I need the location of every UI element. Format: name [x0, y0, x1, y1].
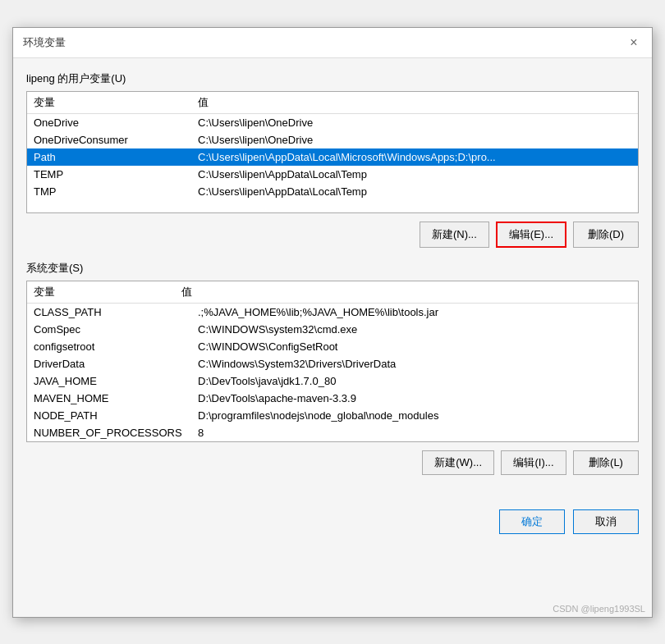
- system-edit-button[interactable]: 编辑(I)...: [501, 450, 566, 475]
- user-variables-table: 变量 值 OneDriveC:\Users\lipen\OneDriveOneD…: [26, 91, 639, 213]
- dialog-content: lipeng 的用户变量(U) 变量 值 OneDriveC:\Users\li…: [13, 58, 652, 501]
- table-row[interactable]: ComSpecC:\WINDOWS\system32\cmd.exe: [27, 321, 638, 338]
- user-col-var-header: 变量: [34, 95, 198, 110]
- close-button[interactable]: ×: [626, 34, 642, 51]
- row-val-cell: C:\Windows\System32\Drivers\DriverData: [198, 358, 631, 370]
- table-row[interactable]: TEMPC:\Users\lipen\AppData\Local\Temp: [27, 166, 638, 183]
- table-row[interactable]: NUMBER_OF_PROCESSORS8: [27, 424, 638, 441]
- row-var-cell: JAVA_HOME: [34, 375, 198, 387]
- row-val-cell: C:\Users\lipen\AppData\Local\Temp: [198, 168, 631, 180]
- row-val-cell: C:\WINDOWS\ConfigSetRoot: [198, 340, 631, 353]
- user-table-body: OneDriveC:\Users\lipen\OneDriveOneDriveC…: [27, 114, 638, 212]
- system-delete-button[interactable]: 删除(L): [573, 450, 639, 475]
- sys-col-val-header: 值: [181, 285, 631, 299]
- user-new-button[interactable]: 新建(N)...: [420, 222, 489, 248]
- table-row[interactable]: NODE_PATHD:\programfiles\nodejs\node_glo…: [27, 407, 638, 424]
- row-var-cell: OneDriveConsumer: [34, 134, 198, 146]
- table-row[interactable]: PathC:\Users\lipen\AppData\Local\Microso…: [27, 148, 638, 166]
- ok-button[interactable]: 确定: [499, 509, 565, 534]
- row-var-cell: TMP: [34, 185, 198, 198]
- row-var-cell: TEMP: [34, 168, 198, 180]
- user-table-header: 变量 值: [27, 92, 638, 114]
- row-val-cell: D:\DevTools\java\jdk1.7.0_80: [198, 375, 631, 387]
- row-val-cell: C:\Users\lipen\OneDrive: [198, 116, 631, 129]
- row-val-cell: D:\programfiles\nodejs\node_global\node_…: [198, 409, 631, 422]
- row-var-cell: MAVEN_HOME: [34, 392, 198, 404]
- system-table-body: CLASS_PATH.;%JAVA_HOME%\lib;%JAVA_HOME%\…: [27, 304, 638, 441]
- table-row[interactable]: MAVEN_HOMED:\DevTools\apache-maven-3.3.9: [27, 390, 638, 407]
- user-buttons-row: 新建(N)... 编辑(E)... 删除(D): [26, 222, 639, 248]
- row-val-cell: D:\DevTools\apache-maven-3.3.9: [198, 392, 631, 404]
- row-var-cell: CLASS_PATH: [34, 306, 198, 318]
- environment-variables-dialog: 环境变量 × lipeng 的用户变量(U) 变量 值 OneDriveC:\U…: [12, 27, 653, 618]
- row-var-cell: OneDrive: [34, 116, 198, 129]
- row-var-cell: ComSpec: [34, 323, 198, 336]
- watermark: CSDN @lipeng1993SL: [553, 604, 645, 614]
- table-row[interactable]: CLASS_PATH.;%JAVA_HOME%\lib;%JAVA_HOME%\…: [27, 304, 638, 321]
- user-edit-button[interactable]: 编辑(E)...: [496, 222, 566, 248]
- row-var-cell: DriverData: [34, 358, 198, 370]
- dialog-title: 环境变量: [23, 35, 66, 50]
- system-new-button[interactable]: 新建(W)...: [422, 450, 494, 475]
- user-section-title: lipeng 的用户变量(U): [26, 71, 639, 86]
- row-val-cell: 8: [198, 427, 631, 439]
- table-row[interactable]: DriverDataC:\Windows\System32\Drivers\Dr…: [27, 355, 638, 372]
- row-val-cell: .;%JAVA_HOME%\lib;%JAVA_HOME%\lib\tools.…: [198, 306, 631, 318]
- table-row[interactable]: TMPC:\Users\lipen\AppData\Local\Temp: [27, 183, 638, 200]
- row-val-cell: C:\Users\lipen\AppData\Local\Temp: [198, 185, 631, 198]
- table-row[interactable]: OneDriveConsumerC:\Users\lipen\OneDrive: [27, 131, 638, 148]
- bottom-buttons-row: 确定 取消: [13, 501, 652, 547]
- table-row[interactable]: OneDriveC:\Users\lipen\OneDrive: [27, 114, 638, 131]
- system-buttons-row: 新建(W)... 编辑(I)... 删除(L): [26, 450, 639, 475]
- row-val-cell: C:\Users\lipen\OneDrive: [198, 134, 631, 146]
- row-var-cell: NUMBER_OF_PROCESSORS: [34, 427, 198, 439]
- user-col-val-header: 值: [198, 95, 631, 110]
- system-section-title: 系统变量(S): [26, 261, 639, 276]
- title-bar: 环境变量 ×: [13, 28, 652, 58]
- system-table-header: 变量 值: [27, 281, 638, 304]
- row-var-cell: NODE_PATH: [34, 409, 198, 422]
- row-var-cell: configsetroot: [34, 340, 198, 353]
- table-row[interactable]: JAVA_HOMED:\DevTools\java\jdk1.7.0_80: [27, 372, 638, 390]
- table-row[interactable]: configsetrootC:\WINDOWS\ConfigSetRoot: [27, 338, 638, 355]
- system-variables-table: 变量 值 CLASS_PATH.;%JAVA_HOME%\lib;%JAVA_H…: [26, 281, 639, 442]
- cancel-button[interactable]: 取消: [573, 509, 639, 534]
- sys-col-var-header: 变量: [34, 285, 181, 299]
- row-val-cell: C:\Users\lipen\AppData\Local\Microsoft\W…: [198, 151, 631, 163]
- row-val-cell: C:\WINDOWS\system32\cmd.exe: [198, 323, 631, 336]
- row-var-cell: Path: [34, 151, 198, 163]
- user-delete-button[interactable]: 删除(D): [573, 222, 639, 248]
